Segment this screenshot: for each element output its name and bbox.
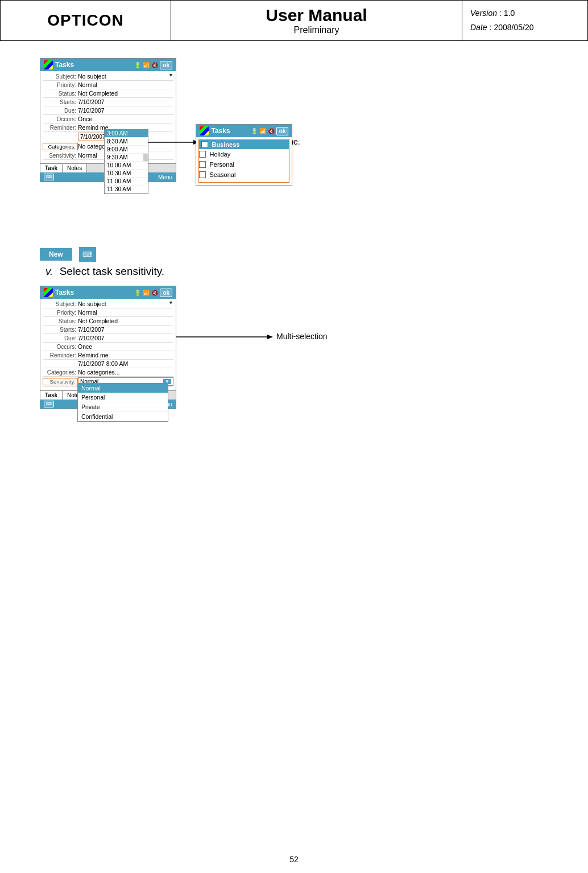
priority-value: Normal (78, 81, 173, 88)
subject-dropdown-arrow[interactable]: ▼ (168, 72, 173, 78)
due-value: 7/10/2007 (78, 107, 173, 114)
page-number: 52 (289, 855, 299, 864)
menu-label-1[interactable]: Menu (158, 174, 172, 180)
subject-value: No subject (78, 73, 173, 80)
sens-private[interactable]: Private (78, 402, 168, 412)
category-seasonal-label: Seasonal (209, 171, 235, 178)
subject-label-3: Subject: (43, 301, 78, 307)
occurs-value-3: Once (78, 343, 173, 350)
tasks-screenshot-2: Tasks 🔋 📶 🔇 ok Business (196, 124, 292, 186)
ok-button-3[interactable]: ok (160, 289, 172, 297)
tasks-title-2: Tasks (211, 127, 230, 135)
time-option-1030am[interactable]: 10:30 AM (105, 170, 148, 178)
tasks-titlebar-1: Tasks 🔋 📶 🔇 ok (40, 59, 176, 71)
subject-value-3: No subject (78, 300, 173, 307)
checkbox-seasonal[interactable] (199, 171, 206, 178)
category-personal[interactable]: Personal (199, 159, 289, 170)
reminder-label: Reminder: (43, 125, 78, 131)
company-logo: OPTICON (1, 1, 171, 40)
version-sep: : (499, 6, 502, 20)
sensitivity-dropdown-3[interactable]: Normal Personal Private Confidential (77, 383, 168, 422)
section-v-header: New ⌨ (40, 247, 565, 262)
subject-dropdown-arrow-3[interactable]: ▼ (168, 300, 173, 306)
due-label: Due: (43, 108, 78, 114)
tasks-screenshot-3: Tasks 🔋 📶 🔇 ok ▼ Subject: No subject (40, 286, 176, 409)
time-option-10am[interactable]: 10:00 AM (105, 162, 148, 170)
reminder-label-3: Reminder: (43, 352, 78, 359)
category-personal-label: Personal (209, 161, 234, 168)
time-option-11am[interactable]: 11:00 AM (105, 178, 148, 186)
battery-icon: 🔋 (134, 62, 141, 68)
reminder-datetime-3: 7/10/2007 8:00 AM (78, 360, 173, 367)
tasks-title-3: Tasks (55, 289, 74, 297)
priority-value-3: Normal (78, 309, 173, 316)
time-option-930am[interactable]: 9:30 AM (105, 154, 148, 162)
time-option-9am[interactable]: 9:00 AM (105, 146, 148, 154)
due-value-3: 7/10/2007 (78, 335, 173, 341)
priority-label-3: Priority: (43, 310, 78, 316)
checkbox-personal[interactable] (199, 161, 206, 168)
windows-logo-icon-2 (200, 126, 209, 135)
subject-row-3: Subject: No subject (43, 300, 173, 308)
date-value: 2008/05/20 (494, 20, 533, 35)
time-option-3am[interactable]: 3:00 AM (105, 130, 148, 138)
titlebar-icons-1: 🔋 📶 🔇 ok (134, 61, 172, 69)
category-seasonal[interactable]: Seasonal (199, 170, 289, 180)
battery-icon-2: 🔋 (251, 128, 258, 134)
svg-text:Multi-selection: Multi-selection (276, 332, 327, 341)
reminder-date-field[interactable]: 7/10/2007 (78, 133, 108, 141)
svg-marker-4 (267, 335, 273, 339)
starts-row-3: Starts: 7/10/2007 (43, 326, 173, 334)
sensitivity-label-1: Sensitivity: (43, 153, 78, 159)
version-value: 1.0 (504, 6, 515, 20)
section-v: New ⌨ v. Select task sensitivity. (40, 247, 565, 278)
starts-row: Starts: 7/10/2007 (43, 98, 173, 106)
reminder-datetime-row-3: 7/10/2007 8:00 AM (43, 360, 173, 368)
signal-icon-3: 📶 (143, 290, 150, 296)
due-row: Due: 7/10/2007 (43, 106, 173, 115)
notes-tab-1[interactable]: Notes (63, 164, 87, 172)
task-tab-1[interactable]: Task (40, 164, 63, 172)
ok-button-2[interactable]: ok (276, 127, 289, 135)
category-business[interactable]: Business (199, 140, 289, 149)
status-row: Status: Not Completed (43, 89, 173, 98)
status-row-3: Status: Not Completed (43, 317, 173, 326)
status-label-3: Status: (43, 318, 78, 324)
titlebar-icons-3: 🔋 📶 🔇 ok (134, 289, 172, 297)
new-button[interactable]: New (40, 248, 72, 261)
reminder-row-3: Reminder: Remind me (43, 351, 173, 360)
sens-normal-selected[interactable]: Normal (78, 384, 168, 393)
categories-row-3: Categories: No categories... (43, 368, 173, 377)
starts-label-3: Starts: (43, 327, 78, 333)
sens-personal[interactable]: Personal (78, 393, 168, 402)
date-sep: : (490, 20, 492, 35)
titlebar-icons-2: 🔋 📶 🔇 ok (251, 127, 289, 135)
keyboard-icon-new[interactable]: ⌨ (79, 247, 96, 262)
battery-icon-3: 🔋 (134, 290, 141, 296)
document-subtitle: Preliminary (293, 25, 339, 35)
time-dropdown-1[interactable]: 3:00 AM 8:30 AM 9:00 AM 9:30 AM 10:00 AM… (104, 129, 148, 194)
keyboard-icon-1[interactable]: ⌨ (44, 174, 54, 180)
sound-icon: 🔇 (151, 62, 158, 68)
starts-value-3: 7/10/2007 (78, 326, 173, 333)
priority-row: Priority: Normal (43, 81, 173, 89)
occurs-label-3: Occurs: (43, 344, 78, 350)
due-label-3: Due: (43, 335, 78, 341)
category-holiday[interactable]: Holiday (199, 149, 289, 159)
subject-row: Subject: No subject (43, 72, 173, 81)
time-option-1130am[interactable]: 11:30 AM (105, 186, 148, 193)
checkbox-business[interactable] (201, 141, 208, 148)
task-tab-3[interactable]: Task (40, 391, 63, 400)
time-option-830am[interactable]: 8:30 AM (105, 138, 148, 146)
windows-logo-icon-3 (44, 288, 53, 297)
checkbox-holiday[interactable] (199, 151, 206, 158)
categories-label-3: Categories: (43, 369, 78, 376)
sens-confidential[interactable]: Confidential (78, 412, 168, 421)
reminder-value-3: Remind me (78, 352, 173, 359)
status-value-3: Not Completed (78, 318, 173, 324)
tasks-titlebar-2: Tasks 🔋 📶 🔇 ok (196, 125, 292, 137)
ok-button-1[interactable]: ok (160, 61, 172, 69)
page-header: OPTICON User Manual Preliminary Version … (0, 0, 588, 41)
keyboard-icon-3[interactable]: ⌨ (44, 401, 54, 407)
categories-label: Categories: (43, 143, 78, 150)
